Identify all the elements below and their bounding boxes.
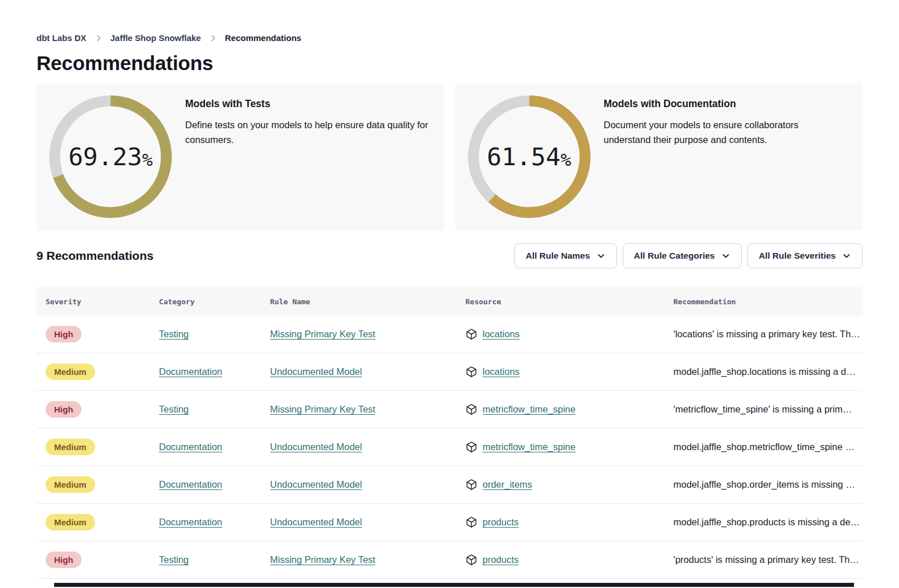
chevron-right-icon bbox=[95, 34, 103, 42]
category-link[interactable]: Documentation bbox=[159, 442, 222, 452]
recommendation-text: 'products' is missing a primary key test… bbox=[664, 554, 863, 565]
breadcrumb: dbt Labs DX Jaffle Shop Snowflake Recomm… bbox=[36, 33, 863, 43]
table-header-row: Severity Category Rule Name Resource Rec… bbox=[36, 287, 863, 316]
rule-names-filter-dropdown[interactable]: All Rule Names bbox=[514, 243, 617, 268]
rule-name-link[interactable]: Undocumented Model bbox=[270, 517, 362, 527]
model-cube-icon bbox=[465, 328, 477, 340]
column-header-rule-name: Rule Name bbox=[261, 297, 456, 306]
severity-badge: High bbox=[46, 401, 81, 418]
severity-badge: Medium bbox=[46, 439, 95, 455]
documentation-donut-chart: 61.54% bbox=[468, 95, 591, 218]
table-row: High Testing Missing Primary Key Test pr… bbox=[36, 541, 863, 579]
card-description: Define tests on your models to help ensu… bbox=[185, 117, 431, 147]
severity-badge: Medium bbox=[46, 476, 95, 493]
table-body: High Testing Missing Primary Key Test lo… bbox=[36, 316, 863, 579]
resource-link[interactable]: order_items bbox=[483, 479, 532, 490]
table-row: Medium Documentation Undocumented Model … bbox=[36, 504, 863, 541]
category-link[interactable]: Testing bbox=[159, 329, 189, 339]
rule-name-link[interactable]: Undocumented Model bbox=[270, 479, 362, 489]
page-title: Recommendations bbox=[36, 52, 863, 75]
recommendation-text: model.jaffle_shop.order_items is missing… bbox=[664, 479, 863, 490]
category-link[interactable]: Testing bbox=[159, 404, 189, 414]
filter-bar: All Rule Names All Rule Categories All R… bbox=[514, 243, 863, 268]
table-row: Medium Documentation Undocumented Model … bbox=[36, 428, 863, 466]
recommendation-text: 'locations' is missing a primary key tes… bbox=[664, 329, 863, 340]
column-header-resource: Resource bbox=[456, 297, 664, 306]
model-cube-icon bbox=[465, 366, 477, 378]
rule-severities-filter-dropdown[interactable]: All Rule Severities bbox=[747, 243, 863, 268]
table-row: Medium Documentation Undocumented Model … bbox=[36, 466, 863, 504]
table-row: Medium Documentation Undocumented Model … bbox=[36, 353, 863, 391]
rule-categories-filter-dropdown[interactable]: All Rule Categories bbox=[623, 243, 742, 268]
model-cube-icon bbox=[465, 403, 477, 415]
models-with-documentation-card: 61.54% Models with Documentation Documen… bbox=[455, 83, 863, 231]
category-link[interactable]: Documentation bbox=[159, 517, 222, 527]
rule-name-link[interactable]: Missing Primary Key Test bbox=[270, 554, 375, 565]
metric-cards: 69.23% Models with Tests Define tests on… bbox=[36, 83, 863, 231]
chevron-down-icon bbox=[842, 251, 851, 260]
donut-percentage: 69.23% bbox=[49, 95, 172, 218]
column-header-category: Category bbox=[150, 297, 261, 306]
severity-badge: Medium bbox=[46, 514, 95, 530]
rule-name-link[interactable]: Undocumented Model bbox=[270, 366, 362, 377]
column-header-severity: Severity bbox=[36, 297, 150, 306]
recommendation-text: model.jaffle_shop.metricflow_time_spine … bbox=[664, 442, 863, 452]
recommendation-text: model.jaffle_shop.products is missing a … bbox=[664, 517, 863, 528]
tests-donut-chart: 69.23% bbox=[49, 95, 172, 218]
recommendation-text: model.jaffle_shop.locations is missing a… bbox=[664, 366, 863, 377]
breadcrumb-item-dbt-labs-dx[interactable]: dbt Labs DX bbox=[36, 33, 87, 43]
chevron-down-icon bbox=[596, 251, 606, 260]
donut-percentage: 61.54% bbox=[468, 95, 591, 218]
rule-name-link[interactable]: Missing Primary Key Test bbox=[270, 404, 375, 414]
severity-badge: High bbox=[46, 326, 81, 342]
recommendations-count-title: 9 Recommendations bbox=[36, 249, 153, 263]
severity-badge: High bbox=[46, 552, 81, 568]
model-cube-icon bbox=[465, 441, 477, 453]
page: dbt Labs DX Jaffle Shop Snowflake Recomm… bbox=[0, 0, 899, 588]
category-link[interactable]: Documentation bbox=[159, 479, 222, 489]
category-link[interactable]: Testing bbox=[159, 554, 189, 565]
model-cube-icon bbox=[465, 516, 477, 528]
resource-link[interactable]: products bbox=[483, 554, 518, 565]
card-title: Models with Documentation bbox=[604, 98, 826, 110]
recommendation-text: 'metricflow_time_spine' is missing a pri… bbox=[664, 404, 863, 415]
resource-link[interactable]: locations bbox=[483, 329, 520, 340]
bottom-partial-element bbox=[54, 583, 854, 587]
card-description: Document your models to ensure collabora… bbox=[604, 117, 826, 147]
model-cube-icon bbox=[465, 554, 477, 566]
chevron-down-icon bbox=[721, 251, 730, 260]
card-title: Models with Tests bbox=[185, 98, 431, 110]
model-cube-icon bbox=[465, 479, 477, 491]
column-header-recommendation: Recommendation bbox=[664, 297, 863, 306]
category-link[interactable]: Documentation bbox=[159, 366, 222, 377]
resource-link[interactable]: products bbox=[483, 517, 518, 528]
breadcrumb-item-recommendations: Recommendations bbox=[225, 33, 301, 43]
table-row: High Testing Missing Primary Key Test me… bbox=[36, 391, 863, 428]
chevron-right-icon bbox=[209, 34, 217, 42]
resource-link[interactable]: metricflow_time_spine bbox=[483, 442, 575, 452]
rule-name-link[interactable]: Undocumented Model bbox=[270, 442, 362, 452]
table-row: High Testing Missing Primary Key Test lo… bbox=[36, 316, 863, 353]
rule-name-link[interactable]: Missing Primary Key Test bbox=[270, 329, 375, 339]
breadcrumb-item-jaffle-shop-snowflake[interactable]: Jaffle Shop Snowflake bbox=[111, 33, 201, 43]
models-with-tests-card: 69.23% Models with Tests Define tests on… bbox=[36, 83, 444, 231]
resource-link[interactable]: locations bbox=[483, 366, 520, 377]
recommendations-table: Severity Category Rule Name Resource Rec… bbox=[36, 287, 863, 579]
resource-link[interactable]: metricflow_time_spine bbox=[483, 404, 575, 415]
severity-badge: Medium bbox=[46, 364, 95, 380]
